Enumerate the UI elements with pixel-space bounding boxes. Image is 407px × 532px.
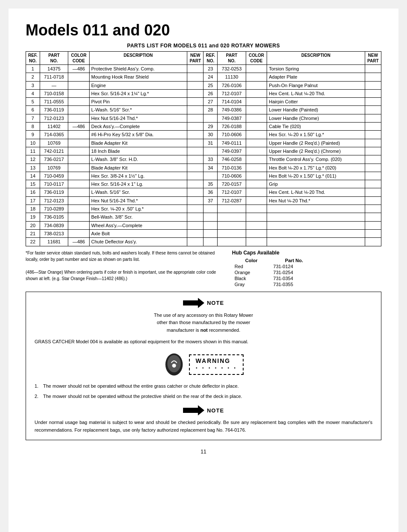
right-ref: 26	[204, 89, 218, 97]
left-color	[68, 147, 89, 155]
right-ref: 34	[204, 164, 218, 172]
right-desc: Hex Cent. L-Nut ¼-20 Thd.	[267, 89, 365, 97]
right-new	[365, 73, 381, 81]
right-new	[365, 221, 381, 229]
right-part: 746-0258	[218, 155, 246, 164]
left-part: 736-0105	[40, 213, 68, 221]
hub-caps-table: Color Part No. Red 731-0124 Orange 731-0…	[232, 257, 317, 287]
note-arrow-icon-2	[183, 405, 204, 415]
left-color	[68, 114, 89, 122]
hub-row: Gray 731-0355	[232, 281, 317, 287]
right-part: 710-0136	[218, 164, 246, 172]
table-row: 21 738-0213 Axle Bolt	[26, 229, 381, 237]
left-ref: 14	[26, 172, 40, 180]
right-new	[365, 229, 381, 237]
right-color	[246, 188, 267, 196]
right-ref	[204, 238, 218, 246]
right-ref: 33	[204, 155, 218, 164]
left-desc: Chute Deflector Ass'y.	[89, 238, 187, 246]
left-new	[187, 172, 204, 180]
left-desc: Engine	[89, 81, 187, 89]
left-desc: Hex Scr. 3/8-24 x 1½" Lg.	[89, 172, 187, 180]
right-color	[246, 139, 267, 147]
warning-dots: · · · · · · ·	[196, 364, 237, 372]
left-color	[68, 180, 89, 188]
left-ref: 4	[26, 89, 40, 97]
left-color	[68, 73, 89, 81]
page: Models 011 and 020 PARTS LIST FOR MODELS…	[9, 9, 398, 532]
left-color	[68, 81, 89, 89]
note-line2: other than those manufactured by the mow…	[157, 320, 250, 325]
left-part: 712-0123	[40, 114, 68, 122]
right-new	[365, 123, 381, 131]
right-desc: Lower Handle (Chrome)	[267, 114, 365, 122]
table-row: 5 711-0555 Pivot Pin 27 714-0104 Hairpin…	[26, 98, 381, 106]
hub-part: 731-0355	[271, 281, 317, 287]
left-color	[68, 139, 89, 147]
left-part: 712-0123	[40, 196, 68, 205]
right-desc	[267, 238, 365, 246]
left-desc: Pivot Pin	[89, 98, 187, 106]
right-ref	[204, 172, 218, 180]
warning-section: WARNING · · · · · · ·	[35, 352, 372, 377]
hub-caps-title: Hub Caps Available	[232, 250, 381, 256]
right-new	[365, 106, 381, 114]
right-ref: 27	[204, 98, 218, 106]
right-desc	[267, 213, 365, 221]
right-part: 749-0387	[218, 114, 246, 122]
right-color	[246, 98, 267, 106]
right-new	[365, 155, 381, 164]
right-desc	[267, 205, 365, 213]
right-part	[218, 205, 246, 213]
left-part: 14375	[40, 65, 68, 73]
page-title: Models 011 and 020	[26, 21, 381, 39]
right-new	[365, 213, 381, 221]
header-color-code2: COLORCODE	[246, 52, 267, 65]
left-part: 710-0289	[40, 205, 68, 213]
left-ref: 12	[26, 155, 40, 164]
table-row: 3 — Engine 25 726-0106 Push-On Flange Pa…	[26, 81, 381, 89]
left-part: —	[40, 81, 68, 89]
left-new	[187, 238, 204, 246]
footnote2: (486—Star Orange) When ordering parts if…	[26, 269, 221, 282]
right-color	[246, 229, 267, 237]
hub-col-part: Part No.	[271, 257, 317, 263]
left-ref: 22	[26, 238, 40, 246]
table-row: 9 714-0365 #6 Hi-Pro Key 5/32 x 5/8" Dia…	[26, 131, 381, 139]
right-part	[218, 213, 246, 221]
right-color	[246, 221, 267, 229]
table-row: 1 14375 —486 Protective Shield Ass'y. Co…	[26, 65, 381, 73]
right-desc: Upper Handle (2 Req'd.) (Chrome)	[267, 147, 365, 155]
right-color	[246, 172, 267, 180]
header-color-code: COLORCODE	[68, 52, 89, 65]
hub-row: Red 731-0124	[232, 263, 317, 269]
right-color	[246, 155, 267, 164]
right-part: 712-0107	[218, 89, 246, 97]
footnote1: *For faster service obtain standard nuts…	[26, 250, 221, 263]
right-ref: 37	[204, 196, 218, 205]
note-label-1: NOTE	[207, 300, 224, 306]
left-ref: 1	[26, 65, 40, 73]
left-ref: 17	[26, 196, 40, 205]
right-desc	[267, 229, 365, 237]
right-desc: Throttle Control Ass'y. Comp. (020)	[267, 155, 365, 164]
table-row: 15 710-0117 Hex Scr. 5/16-24 x 1" Lg. 35…	[26, 180, 381, 188]
hub-color: Orange	[232, 269, 271, 275]
left-ref: 10	[26, 139, 40, 147]
table-row: 4 710-0158 Hex Scr. 5/16-24 x 1¼" Lg.* 2…	[26, 89, 381, 97]
right-color	[246, 65, 267, 73]
warning-item: The mower should not be operated without…	[39, 393, 372, 400]
left-color	[68, 131, 89, 139]
left-new	[187, 114, 204, 122]
right-desc: Push-On Flange Palnut	[267, 81, 365, 89]
right-ref: 36	[204, 188, 218, 196]
right-new	[365, 188, 381, 196]
warning-badge: WARNING · · · · · · ·	[189, 354, 244, 375]
footnote-hub-row: *For faster service obtain standard nuts…	[26, 250, 381, 287]
left-desc: Axle Bolt	[89, 229, 187, 237]
right-desc: Torsion Spring	[267, 65, 365, 73]
right-desc: Hex Bolt ¼-20 x 1.75" Lg.* (020)	[267, 164, 365, 172]
header-part-no: PARTNO.	[40, 52, 68, 65]
right-new	[365, 238, 381, 246]
right-ref: 30	[204, 131, 218, 139]
